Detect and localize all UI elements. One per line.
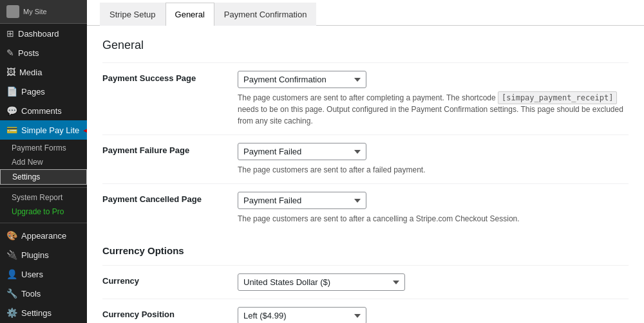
- sidebar-item-label: Appearance: [21, 231, 66, 241]
- payment-cancelled-field: Payment Failed The page customers are se…: [231, 184, 629, 233]
- content-area: General Payment Success Page Payment Con…: [87, 26, 644, 323]
- payment-failure-field: Payment Failed The page customers are se…: [231, 135, 629, 184]
- payment-failure-row: Payment Failure Page Payment Failed The …: [102, 135, 629, 184]
- sidebar-logo: My Site: [0, 0, 87, 24]
- tab-stripe-setup[interactable]: Stripe Setup: [100, 3, 166, 26]
- plugins-icon: 🔌: [6, 250, 17, 260]
- sidebar-item-label: Posts: [18, 48, 39, 58]
- sidebar-item-label: Plugins: [21, 250, 49, 260]
- sidebar-item-label: Users: [21, 270, 43, 279]
- sidebar-item-tools[interactable]: 🔧 Tools: [0, 284, 87, 303]
- sidebar-item-pages[interactable]: 📄 Pages: [0, 82, 87, 101]
- payment-success-description: The page customers are sent to after com…: [238, 92, 624, 127]
- main-content: Stripe Setup General Payment Confirmatio…: [87, 0, 644, 323]
- media-icon: 🖼: [6, 67, 15, 77]
- sidebar-item-media[interactable]: 🖼 Media: [0, 62, 87, 82]
- sidebar: My Site ⊞ Dashboard ✎ Posts 🖼 Media 📄 Pa…: [0, 0, 87, 323]
- appearance-icon: 🎨: [6, 230, 17, 241]
- payment-cancelled-row: Payment Cancelled Page Payment Failed Th…: [102, 184, 629, 233]
- sidebar-item-label: Media: [19, 68, 42, 77]
- sidebar-item-dashboard[interactable]: ⊞ Dashboard: [0, 24, 87, 43]
- sidebar-item-posts[interactable]: ✎ Posts: [0, 43, 87, 62]
- sidebar-item-label: Settings: [21, 308, 52, 318]
- payment-cancelled-label: Payment Cancelled Page: [102, 184, 231, 233]
- payment-cancelled-description: The page customers are sent to after a c…: [238, 213, 624, 225]
- currency-table: Currency United States Dollar ($) Curren…: [102, 265, 629, 323]
- sidebar-item-label: Simple Pay Lite: [21, 125, 79, 135]
- sub-item-label: Add New: [12, 158, 43, 167]
- payment-success-row: Payment Success Page Payment Confirmatio…: [102, 63, 629, 135]
- currency-position-field: Left ($4.99): [231, 299, 629, 324]
- shortcode-badge: [simpay_payment_receipt]: [498, 91, 617, 104]
- payment-success-label: Payment Success Page: [102, 63, 231, 135]
- currency-position-row: Currency Position Left ($4.99): [102, 299, 629, 324]
- simpay-icon: 💳: [6, 125, 17, 135]
- sidebar-sub-upgrade[interactable]: Upgrade to Pro: [0, 205, 87, 219]
- sidebar-sub-system-report[interactable]: System Report: [0, 190, 87, 205]
- payment-failure-label: Payment Failure Page: [102, 135, 231, 184]
- tab-payment-confirmation[interactable]: Payment Confirmation: [214, 3, 317, 26]
- sidebar-item-label: Dashboard: [18, 29, 59, 39]
- sidebar-item-label: Tools: [21, 289, 41, 299]
- sub-item-label: Settings: [12, 172, 40, 181]
- sidebar-item-plugins[interactable]: 🔌 Plugins: [0, 245, 87, 264]
- tab-label: Payment Confirmation: [224, 10, 307, 19]
- site-name: My Site: [23, 8, 47, 15]
- sidebar-sub-settings[interactable]: Settings: [0, 169, 87, 185]
- currency-position-label: Currency Position: [102, 299, 231, 324]
- currency-label: Currency: [102, 266, 231, 299]
- tab-label: Stripe Setup: [109, 10, 156, 19]
- payment-failure-description: The page customers are sent to after a f…: [238, 164, 624, 176]
- settings-table: Payment Success Page Payment Confirmatio…: [102, 62, 629, 232]
- sub-item-label: System Report: [12, 193, 62, 202]
- sidebar-sub-payment-forms[interactable]: Payment Forms: [0, 141, 87, 155]
- tab-label: General: [175, 10, 205, 19]
- currency-section-title: Currency Options: [102, 245, 629, 256]
- sidebar-item-appearance[interactable]: 🎨 Appearance: [0, 226, 87, 245]
- pages-icon: 📄: [6, 86, 17, 97]
- comments-icon: 💬: [6, 106, 17, 116]
- currency-row: Currency United States Dollar ($): [102, 266, 629, 299]
- sidebar-item-label: Pages: [21, 87, 45, 97]
- payment-cancelled-select[interactable]: Payment Failed: [238, 192, 366, 209]
- sidebar-item-label: Comments: [21, 106, 62, 116]
- tab-general[interactable]: General: [166, 3, 214, 26]
- posts-icon: ✎: [6, 48, 14, 58]
- desc-suffix: needs to be on this page. Output configu…: [238, 105, 623, 125]
- sidebar-item-comments[interactable]: 💬 Comments: [0, 101, 87, 120]
- sidebar-item-users[interactable]: 👤 Users: [0, 264, 87, 284]
- tabs-bar: Stripe Setup General Payment Confirmatio…: [87, 0, 644, 26]
- sidebar-item-settings[interactable]: ⚙️ Settings: [0, 303, 87, 322]
- payment-success-field: Payment Confirmation The page customers …: [231, 63, 629, 135]
- tools-icon: 🔧: [6, 288, 17, 299]
- currency-select[interactable]: United States Dollar ($): [238, 273, 405, 291]
- page-title: General: [102, 39, 629, 52]
- sub-item-label: Upgrade to Pro: [12, 207, 64, 216]
- currency-field: United States Dollar ($): [231, 266, 629, 299]
- users-icon: 👤: [6, 269, 17, 279]
- payment-success-select[interactable]: Payment Confirmation: [238, 71, 366, 88]
- payment-failure-select[interactable]: Payment Failed: [238, 143, 366, 160]
- desc-prefix: The page customers are sent to after com…: [238, 93, 498, 102]
- settings-icon: ⚙️: [6, 308, 17, 318]
- dashboard-icon: ⊞: [6, 28, 14, 39]
- sidebar-sub-add-new[interactable]: Add New: [0, 155, 87, 169]
- currency-position-select[interactable]: Left ($4.99): [238, 307, 366, 323]
- site-icon: [6, 5, 19, 18]
- arrow-indicator: ◄: [80, 123, 87, 138]
- sidebar-item-simpay[interactable]: 💳 Simple Pay Lite ◄: [0, 120, 87, 140]
- sub-item-label: Payment Forms: [12, 143, 66, 152]
